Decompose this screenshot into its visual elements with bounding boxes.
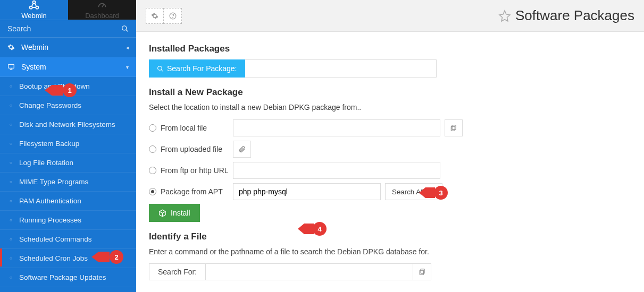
section-title-installed: Installed Packages [149,44,631,54]
page-title: Software Packages [498,7,634,24]
sidebar-search-input[interactable] [7,24,121,33]
settings-button[interactable] [146,8,164,24]
install-subtitle: Select the location to install a new Deb… [149,103,631,111]
radio-upload-label: From uploaded file [161,145,222,153]
radio-upload[interactable] [149,145,156,153]
callout-badge: 2 [110,250,123,264]
sidebar-item-webmin[interactable]: Webmin ◂ [0,38,136,57]
sidebar-subitem[interactable]: Running Processes [0,211,136,230]
sidebar-subitem[interactable]: Scheduled Commands [0,230,136,249]
sidebar-subitem[interactable]: Software Packages [0,287,136,292]
tab-dashboard-label: Dashboard [85,12,119,20]
identify-subtitle: Enter a command or the pathname of a fil… [149,247,631,256]
sidebar-subitem-label: MIME Type Programs [19,178,88,186]
sidebar-item-system[interactable]: System ▾ [0,57,136,77]
tab-dashboard[interactable]: Dashboard [68,0,136,20]
tab-webmin[interactable]: Webmin [0,0,68,20]
install-button-label: Install [171,209,190,217]
radio-url[interactable] [149,167,156,174]
sidebar-search-button[interactable] [121,25,129,32]
radio-apt-label: Package from APT [161,187,223,196]
local-file-input[interactable] [233,119,440,136]
star-icon[interactable] [498,10,511,22]
svg-point-1 [30,6,32,9]
svg-point-7 [158,66,162,70]
apt-package-input[interactable] [233,183,381,200]
monitor-icon [7,63,17,71]
radio-apt[interactable] [149,188,156,195]
sidebar-subitem-label: Log File Rotation [19,159,73,167]
search-package-button[interactable]: Search For Package: [149,59,245,78]
content-area: Software Packages Installed Packages Sea… [136,0,644,292]
url-input[interactable] [233,162,440,179]
svg-rect-4 [9,64,14,68]
section-title-install: Install a New Package [149,87,631,98]
chevron-left-icon: ◂ [126,45,129,50]
sidebar-subitem-label: Filesystem Backup [19,140,79,148]
gauge-icon [97,0,107,11]
search-for-label: Search For: [149,263,206,280]
sidebar-subitem-label: Change Passwords [19,101,81,109]
sidebar-subitem-label: PAM Authentication [19,197,81,205]
callout-badge: 1 [63,83,77,97]
sidebar-subitem[interactable]: Log File Rotation [0,153,136,173]
sidebar-subitem-label: Disk and Network Filesystems [19,121,115,128]
svg-point-2 [36,6,38,9]
install-button[interactable]: Install [149,204,200,222]
sidebar-subitem[interactable]: Change Passwords [0,96,136,115]
sidebar-subitem-label: Scheduled Cron Jobs [19,254,88,262]
svg-rect-9 [451,126,455,131]
radio-url-label: From ftp or http URL [161,166,229,175]
sidebar-subitem[interactable]: PAM Authentication [0,192,136,211]
tab-webmin-label: Webmin [21,12,46,20]
section-title-identify: Identify a File [149,231,631,242]
sidebar: Webmin Dashboard Webmin ◂ [0,0,136,292]
svg-point-3 [122,26,127,30]
radio-local-label: From local file [161,124,207,132]
sidebar-subitem[interactable]: Filesystem Backup [0,134,136,153]
page-title-text: Software Packages [515,7,634,24]
sidebar-item-label: System [21,63,46,71]
attach-button[interactable] [233,141,251,158]
browse-identify-button[interactable] [413,263,431,280]
logo-icon [29,0,39,11]
svg-point-6 [172,17,173,18]
sidebar-subitem-label: Scheduled Commands [19,235,92,243]
svg-rect-8 [452,125,456,130]
search-package-label: Search For Package: [167,64,237,73]
sidebar-subitem[interactable]: MIME Type Programs [0,173,136,192]
chevron-down-icon: ▾ [126,64,129,70]
svg-point-0 [33,1,36,4]
search-package-input[interactable] [245,59,437,78]
sidebar-subitem[interactable]: Software Package Updates [0,268,136,287]
sidebar-subitem-label: Running Processes [19,216,81,224]
sidebar-subitem-label: Software Package Updates [19,273,106,281]
svg-rect-11 [420,270,423,274]
callout-badge: 3 [434,186,448,200]
sidebar-subitem[interactable]: Disk and Network Filesystems [0,115,136,134]
gear-icon [7,44,17,51]
active-indicator [0,248,2,267]
browse-file-button[interactable] [445,119,463,136]
help-button[interactable] [164,8,182,24]
search-for-input[interactable] [206,263,413,280]
svg-rect-10 [421,269,424,273]
radio-local[interactable] [149,124,156,132]
sidebar-item-label: Webmin [21,43,48,51]
callout-badge: 4 [313,222,327,236]
content-header: Software Packages [136,0,644,32]
